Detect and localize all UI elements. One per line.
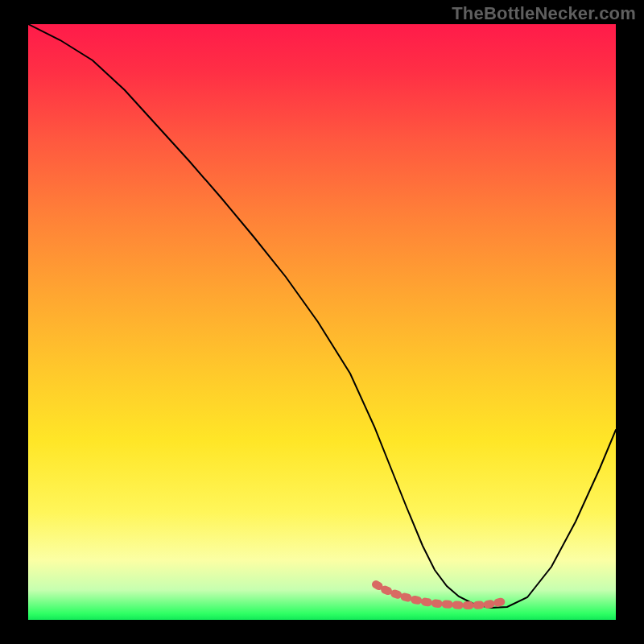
chart-frame: TheBottleNecker.com	[0, 0, 644, 644]
plot-area	[28, 24, 616, 620]
watermark-text: TheBottleNecker.com	[452, 3, 636, 24]
chart-svg	[28, 24, 616, 620]
main-curve	[28, 24, 616, 608]
highlight-band	[376, 584, 506, 605]
